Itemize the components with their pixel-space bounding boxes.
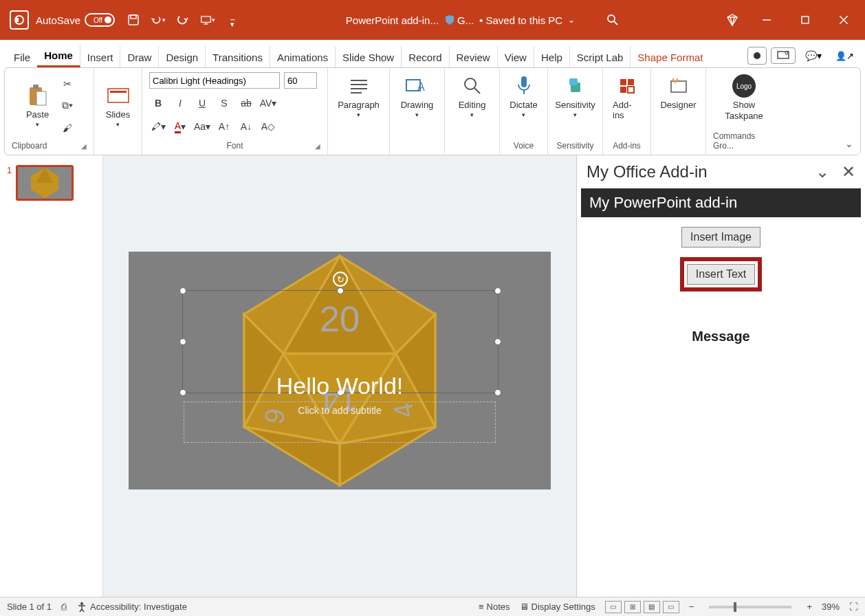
sensitivity-button[interactable]: Sensitivity▾ — [552, 72, 598, 120]
autosave-toggle[interactable]: AutoSave Off — [36, 13, 115, 27]
show-taskpane-button[interactable]: Logo Show Taskpane — [713, 72, 775, 122]
change-case-button[interactable]: Aa▾ — [193, 118, 211, 135]
toggle-switch[interactable]: Off — [85, 13, 115, 27]
tab-design[interactable]: Design — [159, 46, 206, 67]
normal-view-button[interactable]: ▭ — [605, 601, 622, 613]
close-button[interactable] — [832, 8, 855, 32]
maximize-button[interactable] — [793, 8, 817, 32]
tab-slideshow[interactable]: Slide Show — [336, 46, 402, 67]
slide-title-text[interactable]: Hello World! — [129, 373, 551, 399]
minimize-button[interactable] — [755, 8, 778, 32]
group-font: B I U S ab AV▾ 🖍▾ A▾ Aa▾ A↑ A↓ A◇ Font◢ — [142, 68, 328, 155]
tab-scriptlab[interactable]: Script Lab — [570, 46, 631, 67]
tab-help[interactable]: Help — [534, 46, 570, 67]
saved-status[interactable]: • Saved to this PC — [479, 14, 562, 26]
format-painter-icon[interactable]: 🖌 — [58, 119, 76, 137]
editing-button[interactable]: Editing▾ — [456, 72, 489, 120]
tab-draw[interactable]: Draw — [120, 46, 159, 67]
qat-customize-icon[interactable]: ⎯▾ — [225, 12, 240, 28]
font-family-select[interactable] — [149, 72, 280, 89]
zoom-in-button[interactable]: + — [807, 602, 812, 612]
tab-insert[interactable]: Insert — [80, 46, 121, 67]
zoom-level[interactable]: 39% — [822, 602, 840, 612]
slide[interactable]: 20 14 6 4 ↻ Hello World! Click to add su… — [129, 252, 551, 490]
font-size-select[interactable] — [284, 72, 317, 89]
designer-button[interactable]: Designer — [657, 72, 699, 111]
resize-handle[interactable] — [179, 287, 186, 294]
zoom-out-button[interactable]: − — [689, 602, 694, 612]
present-button[interactable] — [771, 47, 796, 64]
present-icon[interactable]: ▾ — [200, 12, 215, 28]
slide-canvas[interactable]: 20 14 6 4 ↻ Hello World! Click to add su… — [103, 155, 576, 597]
paragraph-button[interactable]: Paragraph▾ — [335, 72, 382, 120]
diamond-icon[interactable] — [725, 12, 740, 28]
document-name[interactable]: PowerPoint add-in... — [346, 14, 439, 26]
share-button[interactable]: 👤↗ — [831, 48, 858, 64]
shield-icon[interactable]: G... — [444, 14, 474, 26]
tab-animations[interactable]: Animations — [270, 46, 336, 67]
dialog-launcher-icon[interactable]: ◢ — [81, 142, 87, 150]
font-color-button[interactable]: A▾ — [171, 118, 189, 135]
tab-shape-format[interactable]: Shape Format — [631, 46, 710, 67]
highlight-button[interactable]: 🖍▾ — [149, 118, 167, 135]
insert-image-button[interactable]: Insert Image — [681, 227, 760, 248]
shrink-font-button[interactable]: A↓ — [237, 118, 255, 135]
reading-view-button[interactable]: ▤ — [644, 601, 660, 613]
dialog-launcher-icon[interactable]: ◢ — [315, 142, 320, 150]
fit-to-window-button[interactable]: ⛶ — [849, 602, 858, 612]
resize-handle[interactable] — [179, 338, 186, 345]
resize-handle[interactable] — [494, 287, 501, 294]
redo-icon[interactable] — [175, 12, 190, 28]
undo-icon[interactable]: ▾ — [151, 12, 166, 28]
notes-button[interactable]: ≡ Notes — [479, 602, 510, 612]
comments-button[interactable]: 💬▾ — [800, 47, 827, 64]
slides-button[interactable]: Slides ▾ — [103, 82, 133, 129]
tab-transitions[interactable]: Transitions — [206, 46, 270, 67]
bold-button[interactable]: B — [149, 94, 167, 112]
addins-button[interactable]: Add-ins — [610, 72, 644, 122]
chevron-down-icon[interactable]: ⌄ — [815, 162, 829, 182]
insert-text-button[interactable]: Insert Text — [687, 264, 756, 285]
svg-rect-16 — [33, 85, 39, 89]
rotate-handle-icon[interactable]: ↻ — [333, 272, 348, 287]
tab-record[interactable]: Record — [402, 46, 449, 67]
resize-handle[interactable] — [337, 287, 344, 294]
chevron-down-icon[interactable]: ⌄ — [568, 15, 575, 25]
tab-file[interactable]: File — [7, 46, 37, 67]
italic-button[interactable]: I — [171, 94, 189, 112]
display-settings-button[interactable]: 🖥 Display Settings — [520, 602, 595, 612]
dictate-button[interactable]: Dictate▾ — [507, 72, 540, 120]
slide-thumbnail[interactable] — [16, 165, 74, 201]
addins-label: Add-ins — [613, 139, 641, 153]
slides-label — [117, 139, 119, 153]
save-icon[interactable] — [126, 12, 141, 28]
strike-button[interactable]: ab — [237, 94, 255, 112]
slide-position[interactable]: Slide 1 of 1 — [7, 602, 52, 612]
sorter-view-button[interactable]: ⊞ — [624, 601, 641, 613]
tab-view[interactable]: View — [498, 46, 534, 67]
zoom-slider[interactable] — [709, 606, 791, 608]
taskpane-title: My PowerPoint add-in — [581, 188, 861, 217]
drawing-button[interactable]: A Drawing▾ — [398, 72, 437, 120]
copy-icon[interactable]: ⧉▾ — [58, 97, 76, 115]
character-spacing-button[interactable]: AV▾ — [259, 94, 277, 112]
ribbon-tabs: File Home Insert Draw Design Transitions… — [0, 40, 865, 67]
record-button[interactable] — [747, 47, 767, 65]
paste-button[interactable]: Paste ▾ — [23, 82, 53, 129]
cut-icon[interactable]: ✂ — [58, 75, 76, 93]
accessibility-status[interactable]: Accessibility: Investigate — [76, 602, 187, 613]
language-icon[interactable]: ⎙ — [61, 602, 67, 612]
subtitle-placeholder[interactable]: Click to add subtitle — [184, 402, 496, 443]
close-icon[interactable]: ✕ — [842, 162, 855, 182]
tab-review[interactable]: Review — [450, 46, 498, 67]
grow-font-button[interactable]: A↑ — [215, 118, 233, 135]
underline-button[interactable]: U — [193, 94, 211, 112]
clear-format-button[interactable]: A◇ — [259, 118, 277, 135]
thumbnail-pane[interactable]: 1 — [0, 155, 103, 597]
search-icon[interactable] — [606, 14, 619, 26]
resize-handle[interactable] — [494, 338, 501, 345]
shadow-button[interactable]: S — [215, 94, 233, 112]
slideshow-view-button[interactable]: ▭ — [663, 601, 679, 613]
ribbon-collapse-icon[interactable]: ⌄ — [845, 138, 853, 149]
tab-home[interactable]: Home — [37, 44, 80, 67]
